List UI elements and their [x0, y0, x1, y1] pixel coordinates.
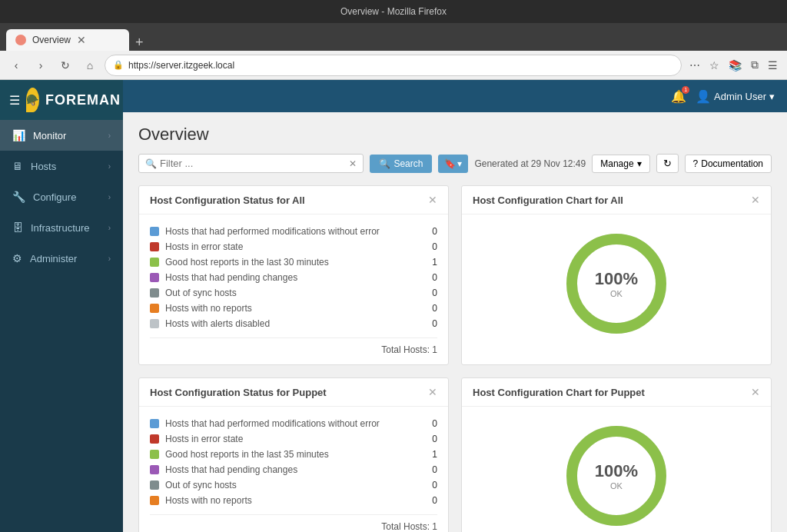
configure-chevron-icon: › [108, 193, 111, 201]
status-total-all: Total Hosts: 1 [150, 337, 437, 355]
status-label: Good host reports in the last 35 minutes [165, 449, 329, 460]
donut-chart-all: 100% OK [563, 230, 670, 337]
bookmark-icon[interactable]: ☆ [706, 56, 722, 75]
status-count: 0 [432, 480, 437, 490]
sidebar-header: ☰ 🪖 FOREMAN [0, 80, 123, 120]
status-color-indicator [150, 288, 159, 298]
bookmark-button[interactable]: 🔖 ▾ [438, 155, 468, 173]
status-row[interactable]: Good host reports in the last 30 minutes… [150, 254, 437, 270]
browser-tabs: Overview ✕ + [0, 23, 787, 51]
status-row[interactable]: Hosts that had pending changes 0 [150, 462, 437, 477]
dashboard-grid: Host Configuration Status for All ✕ Host… [138, 185, 772, 532]
manage-label: Manage [600, 158, 633, 169]
search-label: Search [394, 158, 423, 169]
widget-chart-all: Host Configuration Chart for All ✕ 100% … [461, 185, 772, 365]
status-row[interactable]: Hosts that had performed modifications w… [150, 416, 437, 431]
status-row[interactable]: Hosts in error state 0 [150, 239, 437, 254]
page-title: Overview [138, 125, 772, 145]
tab-close-button[interactable]: ✕ [77, 34, 86, 46]
widget-chart-close-all-button[interactable]: ✕ [751, 194, 760, 206]
status-row[interactable]: Out of sync hosts 0 [150, 285, 437, 301]
status-row[interactable]: Hosts that had pending changes 0 [150, 270, 437, 285]
manage-button[interactable]: Manage ▾ [592, 155, 649, 173]
status-count: 0 [432, 464, 437, 475]
status-row[interactable]: Hosts in error state 0 [150, 431, 437, 447]
status-row-left: Hosts in error state [150, 434, 243, 444]
filter-clear-button[interactable]: ✕ [349, 158, 357, 169]
status-row[interactable]: Hosts with no reports 0 [150, 493, 437, 508]
sidebar-item-hosts[interactable]: 🖥 Hosts › [0, 151, 123, 181]
status-label: Out of sync hosts [165, 480, 237, 490]
status-row[interactable]: Hosts with no reports 0 [150, 301, 437, 316]
filter-input-wrap: 🔍 ✕ [138, 154, 364, 173]
widget-chart-header-all: Host Configuration Chart for All ✕ [462, 186, 771, 214]
user-icon: 👤 [696, 89, 711, 104]
widget-chart-body-puppet: 100% OK [462, 407, 771, 532]
user-dropdown-icon: ▾ [769, 91, 775, 102]
status-row-left: Hosts with alerts disabled [150, 318, 270, 329]
main-content: 🔔 1 👤 Admin User ▾ Overview 🔍 ✕ 🔍 [123, 80, 787, 532]
status-count: 0 [432, 318, 437, 329]
sidebar-item-administer[interactable]: ⚙ Administer › [0, 243, 123, 274]
generated-at-label: Generated at 29 Nov 12:49 [474, 158, 586, 169]
search-button[interactable]: 🔍 Search [370, 155, 432, 173]
status-row-left: Hosts with no reports [150, 495, 252, 506]
refresh-button[interactable]: ↻ [55, 55, 75, 75]
widget-close-all-button[interactable]: ✕ [428, 194, 437, 206]
status-row-left: Hosts that had performed modifications w… [150, 226, 380, 237]
status-count: 0 [432, 418, 437, 429]
widget-chart-title-puppet: Host Configuration Chart for Puppet [473, 387, 645, 398]
sidebar-item-configure[interactable]: 🔧 Configure › [0, 181, 123, 212]
browser-titlebar: Overview - Mozilla Firefox [0, 0, 787, 23]
status-color-indicator [150, 304, 159, 313]
widget-body-all: Hosts that had performed modifications w… [139, 214, 448, 364]
widget-close-puppet-button[interactable]: ✕ [428, 386, 437, 398]
status-row[interactable]: Hosts that had performed modifications w… [150, 224, 437, 239]
status-row-left: Hosts with no reports [150, 303, 252, 314]
status-row-left: Out of sync hosts [150, 288, 237, 298]
sidebar-label-infrastructure: Infrastructure [31, 222, 90, 234]
donut-center-puppet: 100% OK [595, 461, 638, 490]
filter-icon: 🔍 [145, 158, 157, 169]
app: ☰ 🪖 FOREMAN 📊 Monitor › 🖥 Hosts › 🔧 Conf… [0, 80, 787, 532]
status-label: Hosts in error state [165, 434, 243, 444]
widget-chart-close-puppet-button[interactable]: ✕ [751, 386, 760, 398]
notifications-bell[interactable]: 🔔 1 [671, 89, 686, 104]
sidebar-label-monitor: Monitor [33, 130, 66, 141]
status-row[interactable]: Out of sync hosts 0 [150, 477, 437, 493]
back-button[interactable]: ‹ [6, 55, 26, 75]
docs-label: Documentation [701, 158, 763, 169]
monitor-icon: 📊 [12, 129, 25, 141]
documentation-button[interactable]: ? Documentation [685, 155, 772, 173]
sidebar-label-hosts: Hosts [31, 161, 56, 172]
hamburger-menu-button[interactable]: ☰ [9, 93, 20, 108]
donut-label-all: OK [595, 289, 638, 298]
browser-tab-overview[interactable]: Overview ✕ [6, 29, 129, 51]
status-count: 0 [432, 272, 437, 283]
forward-button[interactable]: › [31, 55, 51, 75]
sidebar-item-monitor[interactable]: 📊 Monitor › [0, 120, 123, 151]
hosts-chevron-icon: › [108, 162, 111, 171]
status-count: 0 [432, 241, 437, 252]
search-icon: 🔍 [379, 158, 390, 169]
sidebar-item-infrastructure[interactable]: 🗄 Infrastructure › [0, 212, 123, 243]
status-label: Hosts in error state [165, 241, 243, 252]
tab-manager-icon[interactable]: ⧉ [748, 55, 762, 75]
new-tab-button[interactable]: + [129, 35, 150, 51]
status-row[interactable]: Hosts with alerts disabled 0 [150, 316, 437, 331]
status-color-indicator [150, 258, 159, 267]
status-count: 0 [432, 226, 437, 237]
sidebar: ☰ 🪖 FOREMAN 📊 Monitor › 🖥 Hosts › 🔧 Conf… [0, 80, 123, 532]
browser-menu-icons: ⋯ ☆ 📚 ⧉ ☰ [686, 55, 781, 75]
user-menu[interactable]: 👤 Admin User ▾ [696, 89, 775, 104]
address-bar[interactable]: 🔒 https://server.itzgeek.local [105, 55, 682, 76]
status-row[interactable]: Good host reports in the last 35 minutes… [150, 447, 437, 462]
library-icon[interactable]: 📚 [726, 56, 745, 75]
widget-status-all: Host Configuration Status for All ✕ Host… [138, 185, 449, 365]
hamburger-icon[interactable]: ☰ [765, 56, 781, 75]
menu-dots-icon[interactable]: ⋯ [686, 56, 703, 75]
filter-input[interactable] [160, 158, 346, 169]
home-button[interactable]: ⌂ [80, 55, 100, 75]
refresh-data-button[interactable]: ↻ [656, 154, 679, 173]
widget-chart-title-all: Host Configuration Chart for All [473, 195, 623, 206]
